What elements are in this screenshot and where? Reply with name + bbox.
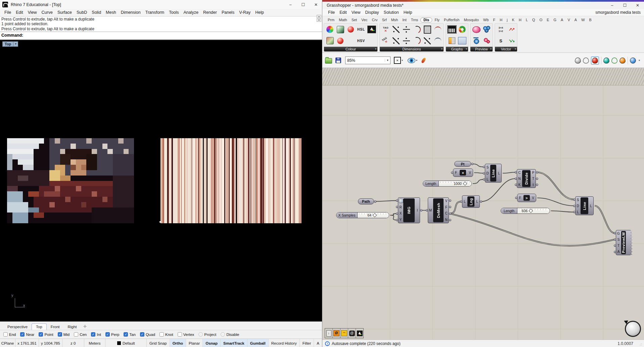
gh-maximize-button[interactable]: ☐ xyxy=(618,2,631,9)
dim-diag2-icon[interactable] xyxy=(403,37,410,44)
category-tab-crv-4[interactable]: Crv xyxy=(370,17,380,23)
checkbox-mid[interactable]: ✓ xyxy=(58,332,62,337)
port-nub[interactable] xyxy=(515,184,517,186)
checkbox-int[interactable]: ✓ xyxy=(91,332,95,337)
checkbox-vertex[interactable] xyxy=(178,332,182,337)
gh-menu-solution[interactable]: Solution xyxy=(381,9,401,16)
category-tab-a-26[interactable]: A xyxy=(572,17,579,23)
custom-preview-gem-icon[interactable] xyxy=(619,57,626,64)
checkbox-perp[interactable]: ✓ xyxy=(105,332,110,337)
rhino-menu-mesh[interactable]: Mesh xyxy=(103,9,119,16)
slider-track[interactable]: 1000 xyxy=(439,181,471,186)
component-line[interactable]: SDLLineL xyxy=(575,196,594,215)
dim-angle-icon[interactable] xyxy=(412,25,421,34)
osnap-point[interactable]: ✓Point xyxy=(39,332,53,337)
checkbox-knot[interactable] xyxy=(159,332,164,337)
rhino-menu-surface[interactable]: Surface xyxy=(55,9,74,16)
zoom-extents-dropdown-icon[interactable]: ▾ xyxy=(402,59,403,62)
category-tab-b-28[interactable]: B xyxy=(587,17,594,23)
rhino-minimize-button[interactable]: – xyxy=(284,0,297,9)
dim-curve-icon[interactable] xyxy=(434,27,441,33)
save-file-icon[interactable] xyxy=(335,57,341,63)
port-nub[interactable] xyxy=(536,171,538,174)
osnap-tan[interactable]: ✓Tan xyxy=(124,332,136,337)
zoom-level-combo[interactable]: 85% ▼ xyxy=(345,56,390,64)
category-tab-v-25[interactable]: V xyxy=(565,17,572,23)
spheres-blue-icon[interactable] xyxy=(483,26,491,33)
radio-project[interactable] xyxy=(198,332,203,337)
tag-x-icon[interactable] xyxy=(383,27,388,33)
dim-select-icon[interactable] xyxy=(434,38,441,44)
port-nub[interactable] xyxy=(614,238,616,241)
status-cell-y[interactable]: y 1004.785 xyxy=(39,339,62,347)
port-nub[interactable] xyxy=(449,206,451,208)
osnap-knot[interactable]: Knot xyxy=(159,332,173,337)
rhino-close-button[interactable]: ✕ xyxy=(310,0,322,9)
status-cell-units[interactable]: Meters xyxy=(84,339,106,347)
rhino-menu-help[interactable]: Help xyxy=(253,9,266,16)
tag-rot-icon[interactable] xyxy=(382,37,390,45)
viewport-tab-front[interactable]: Front xyxy=(47,324,64,330)
category-tab-h-15[interactable]: H xyxy=(498,17,504,23)
category-tab-g-23[interactable]: G xyxy=(552,17,559,23)
osnap-perp[interactable]: ✓Perp xyxy=(105,332,119,337)
minitab-spiral-icon[interactable]: @ xyxy=(348,329,356,338)
rhino-maximize-button[interactable]: ☐ xyxy=(297,0,310,9)
category-tab-a-24[interactable]: A xyxy=(559,17,565,23)
gh-minimize-button[interactable]: – xyxy=(606,2,618,9)
sphere-line-icon[interactable] xyxy=(473,37,480,44)
preview-eye-dropdown-icon[interactable]: ▾ xyxy=(416,59,417,62)
wire[interactable] xyxy=(503,172,516,173)
component-divide[interactable]: CNKDividePTt xyxy=(517,169,536,188)
category-tab-int-7[interactable]: Int xyxy=(400,17,408,23)
rhino-menu-curve[interactable]: Curve xyxy=(39,9,55,16)
donut-chart-icon[interactable] xyxy=(459,26,466,33)
osnap-mid[interactable]: ✓Mid xyxy=(58,332,70,337)
gradient-cube-icon[interactable] xyxy=(337,26,344,33)
slider-length[interactable]: Length1000 xyxy=(423,181,472,187)
port-nub[interactable] xyxy=(536,178,538,180)
status-cell-layer[interactable]: Default xyxy=(105,339,147,347)
dim-diag1-icon[interactable] xyxy=(393,37,400,44)
osnap-end[interactable]: End xyxy=(3,332,16,337)
rhino-menu-dimension[interactable]: Dimension xyxy=(119,9,143,16)
checkbox-near[interactable]: ✓ xyxy=(20,332,25,337)
category-tab-j-16[interactable]: j xyxy=(505,17,509,23)
component-line[interactable]: SDLLineL xyxy=(485,164,502,183)
rhino-command-area[interactable]: Press Control to extrude, tap Alt to mak… xyxy=(0,16,322,40)
viewport-title[interactable]: Top ▼ xyxy=(2,41,18,47)
port-nub[interactable] xyxy=(483,172,485,175)
paint-wisp-icon[interactable] xyxy=(421,57,426,64)
grasshopper-canvas[interactable]: PtPathLength1000Length606X Samples64F×VF… xyxy=(322,68,644,340)
component-lng[interactable]: LLngL xyxy=(462,195,480,208)
component-previewlw[interactable]: GSTAPreviewLW xyxy=(616,230,631,255)
gh-close-button[interactable]: ✕ xyxy=(631,2,644,9)
port-nub[interactable] xyxy=(449,213,451,215)
osnap-near[interactable]: ✓Near xyxy=(20,332,34,337)
preview-sphere-icon[interactable] xyxy=(630,57,636,64)
minitab-download-icon[interactable]: ↓ xyxy=(325,329,333,338)
hsv-text-icon[interactable]: HSV xyxy=(357,39,365,43)
osnap-project[interactable]: Project xyxy=(198,332,216,337)
checkbox-point[interactable]: ✓ xyxy=(39,332,43,337)
rhino-menu-solid[interactable]: Solid xyxy=(89,9,103,16)
slider-track[interactable]: 64 xyxy=(358,213,389,218)
checkbox-cen[interactable] xyxy=(74,332,78,337)
hsl-text-icon[interactable]: HSL xyxy=(357,28,365,31)
port-nub[interactable] xyxy=(396,206,398,208)
category-tab-set-2[interactable]: Set xyxy=(350,17,359,23)
arrows-red-icon[interactable] xyxy=(509,27,514,32)
arrows-green-icon[interactable] xyxy=(509,38,514,43)
preview-sphere-dropdown-icon[interactable]: ▾ xyxy=(639,59,640,62)
port-nub[interactable] xyxy=(449,219,451,221)
squiggle-chart-icon[interactable] xyxy=(458,37,466,44)
port-nub[interactable] xyxy=(614,244,616,247)
category-tab-e-22[interactable]: E xyxy=(545,17,551,23)
ribbon-group-expand-icon[interactable]: ▾ xyxy=(441,47,443,51)
port-nub[interactable] xyxy=(426,209,428,211)
gem-pink-icon[interactable] xyxy=(472,26,480,33)
category-tab-prm-0[interactable]: Prm xyxy=(326,17,336,23)
rhino-menu-view[interactable]: View xyxy=(26,9,39,16)
slider-length[interactable]: Length606 xyxy=(501,208,550,214)
gradient-square-icon[interactable] xyxy=(326,37,334,44)
